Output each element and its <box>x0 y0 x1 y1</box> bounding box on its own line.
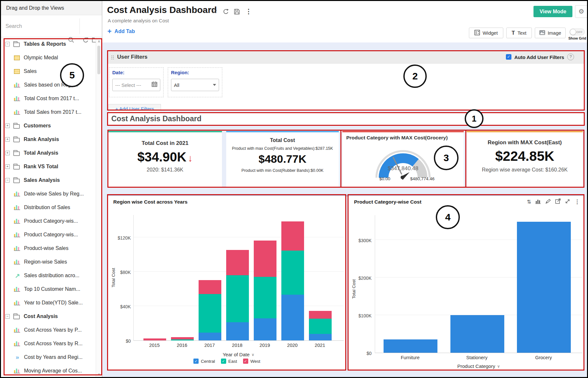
favorite-star-icon[interactable]: ☆ <box>211 7 218 15</box>
search-input[interactable] <box>6 20 64 33</box>
expand-icon[interactable]: + <box>5 124 10 128</box>
y-tick-label: $120K <box>108 235 131 241</box>
bar-segment-east[interactable] <box>226 275 249 322</box>
tree-item-view[interactable]: Product-wise Sales <box>1 242 96 255</box>
x-axis-title[interactable]: Year of Date ∨ <box>133 352 344 357</box>
add-text-button[interactable]: T Text <box>506 28 532 38</box>
x-axis-title[interactable]: Product Category ∨ <box>375 363 582 369</box>
kpi-card-gauge[interactable]: Product Category with MAX Cost(Grocery) … <box>342 131 464 187</box>
tree-item-view[interactable]: Sales based on Region <box>1 78 96 92</box>
date-filter-input[interactable]: --- Select --- <box>112 79 160 91</box>
bar-segment-central[interactable] <box>281 295 304 340</box>
gauge-max: $480,774.46 <box>404 176 441 181</box>
expand-icon[interactable]: + <box>5 164 10 169</box>
bar-segment-east[interactable] <box>309 319 332 334</box>
expand-icon[interactable] <box>565 199 570 205</box>
bar-segment-west[interactable] <box>143 338 166 340</box>
bar-segment-west[interactable] <box>281 221 304 251</box>
tree-item-view[interactable]: Cost Across Years by R... <box>1 337 96 350</box>
bar[interactable] <box>517 222 571 353</box>
refresh-icon[interactable] <box>223 8 229 16</box>
tree-item-view[interactable]: Product Category-wis... <box>1 214 96 228</box>
save-icon[interactable] <box>234 8 240 16</box>
more-options-icon[interactable]: ⋮ <box>574 198 580 205</box>
bar-segment-central[interactable] <box>254 318 276 340</box>
scrollbar-thumb[interactable] <box>97 46 100 74</box>
help-icon[interactable]: ? <box>567 53 574 60</box>
sort-icon[interactable]: ⇅ <box>527 199 531 205</box>
widget-icon <box>474 30 480 36</box>
bar-segment-east[interactable] <box>281 251 304 295</box>
more-options-icon[interactable]: ⋮ <box>245 7 252 15</box>
legend-item[interactable]: ✓East <box>221 359 237 364</box>
bar-segment-west[interactable] <box>226 250 249 275</box>
calendar-icon[interactable] <box>152 81 157 89</box>
tree-item-view[interactable]: Date-wise Sales by Reg... <box>1 187 96 201</box>
tree-item-folder[interactable]: +Rank Analysis <box>1 133 96 146</box>
bar[interactable] <box>384 339 437 353</box>
expand-icon[interactable]: + <box>5 137 10 142</box>
tree-item-view[interactable]: Olympic Medal <box>1 51 96 65</box>
bar-segment-east[interactable] <box>199 294 221 333</box>
kpi-card-region-max[interactable]: Region with MAX Cost(East) $224.85K Regi… <box>467 131 583 187</box>
region-filter-select[interactable]: All <box>171 79 219 91</box>
kpi-card-total-cost[interactable]: Total Cost Product with max Cost(Fruits … <box>226 131 339 187</box>
bar-segment-central[interactable] <box>199 333 221 340</box>
drill-tools-icon[interactable] <box>545 199 551 205</box>
scroll-up-icon[interactable]: ∧ <box>96 39 102 43</box>
tree-item-folder[interactable]: −Sales Analysis <box>1 173 96 187</box>
view-mode-button[interactable]: View Mode <box>533 6 572 17</box>
tree-item-view[interactable]: Cost Across Years by P... <box>1 323 96 337</box>
chart-panel-region-cost[interactable]: Region wise Cost across Years Total Cost… <box>108 196 346 370</box>
tree-item-folder[interactable]: +Rank VS Total <box>1 160 96 173</box>
tree-item-folder[interactable]: +Total Analysis <box>1 146 96 160</box>
add-widget-button[interactable]: Widget <box>469 28 503 38</box>
bar-segment-west[interactable] <box>254 241 276 277</box>
expand-icon[interactable]: + <box>5 151 10 155</box>
settings-gear-button[interactable]: ⚙ <box>575 5 588 18</box>
kpi-card-total-cost-2021[interactable]: Total Cost in 2021 $34.90K ↓ 2020: $141.… <box>108 131 222 187</box>
sidebar-scrollbar[interactable]: ∧ ∨ <box>96 37 102 378</box>
folder-icon <box>13 165 20 170</box>
kpi-title: Total Cost <box>226 137 339 143</box>
tree-item-view[interactable]: Total Cost from 2017 t... <box>1 92 96 105</box>
tree-item-folder[interactable]: +Customers <box>1 119 96 133</box>
bar-segment-central[interactable] <box>226 322 249 340</box>
bar-segment-west[interactable] <box>171 337 194 339</box>
tree-item-view[interactable]: »Cost by Years and Regi... <box>1 350 96 364</box>
auto-add-filters-checkbox[interactable]: ✓ <box>506 54 511 60</box>
legend-item[interactable]: ✓West <box>243 359 261 364</box>
chart-panel-category-cost[interactable]: ⇅ ⋮ Product Category-wise Cost Total Cos… <box>349 196 584 370</box>
collapse-icon[interactable]: − <box>5 314 10 319</box>
bar-segment-east[interactable] <box>254 277 276 318</box>
drag-handle-icon[interactable] <box>111 55 115 59</box>
chart-type-icon[interactable] <box>535 199 541 205</box>
add-tab-button[interactable]: + Add Tab <box>107 28 135 35</box>
bar-segment-west[interactable] <box>309 311 332 319</box>
tree-item-view[interactable]: Region-wise Sales <box>1 255 96 269</box>
tree-item-folder[interactable]: −Cost Analysis <box>1 310 96 323</box>
tree-item-view[interactable]: Moving Average of Cos... <box>1 364 96 378</box>
tree-item-view[interactable]: Total Sales from 2017 t... <box>1 105 96 119</box>
collapse-icon[interactable]: − <box>5 178 10 183</box>
tree-item-view[interactable]: Distribution of Sales <box>1 201 96 214</box>
collapse-icon[interactable]: − <box>5 42 10 46</box>
tree-item-view[interactable]: Product Category-wis... <box>1 228 96 242</box>
bar-segment-central[interactable] <box>309 334 332 340</box>
show-grid-toggle[interactable]: OFF <box>570 29 585 35</box>
export-icon[interactable] <box>555 198 561 205</box>
tree-item-view[interactable]: Sales <box>1 65 96 78</box>
tree-item-view[interactable]: Top 10 Customer Nam... <box>1 282 96 296</box>
add-image-button[interactable]: Image <box>535 28 566 38</box>
tree-item-view[interactable]: ↗Sales distribution acro... <box>1 269 96 282</box>
gauge-chart[interactable]: $347,840.48 $0.00 $480,774.46 <box>371 147 435 181</box>
scroll-down-icon[interactable]: ∨ <box>96 372 102 376</box>
tree-item-label: Distribution of Sales <box>24 205 70 210</box>
bar[interactable] <box>450 315 504 353</box>
legend-item[interactable]: ✓Central <box>193 359 215 364</box>
bar-segment-east[interactable] <box>171 339 194 340</box>
add-user-filters-button[interactable]: + Add User Filters <box>108 104 161 114</box>
tree-item-folder[interactable]: −Tables & Reports <box>1 37 96 51</box>
bar-segment-west[interactable] <box>199 280 221 294</box>
tree-item-view[interactable]: Year to Date(YTD) Sale... <box>1 296 96 310</box>
